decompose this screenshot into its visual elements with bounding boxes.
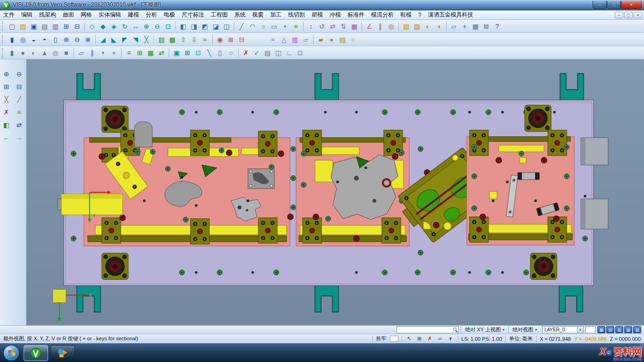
mirror-component-icon[interactable]: ⇄ (156, 47, 167, 58)
zoom-in-icon[interactable]: ⊕ (0, 68, 12, 80)
trim-tool-icon[interactable]: ╳ (0, 93, 12, 105)
boolean-subtract-icon[interactable]: ⊖ (72, 34, 83, 45)
menu-item-1[interactable]: 文件 (0, 10, 18, 20)
loft-solid-icon[interactable]: ◓ (39, 34, 50, 45)
menu-item-22[interactable]: 潇洒五金模具科技 (425, 10, 477, 20)
mdi-restore-button[interactable]: □ (624, 12, 633, 18)
trim-surface-icon[interactable]: ▩ (167, 34, 178, 45)
dock-tree-button[interactable]: ▧ (624, 326, 632, 333)
menu-item-12[interactable]: 系统 (231, 10, 249, 20)
workplane-tool-icon[interactable]: ▱ (448, 21, 459, 32)
die-section-middle[interactable] (296, 130, 409, 246)
datum-csys-icon[interactable]: + (108, 47, 119, 58)
menu-item-17[interactable]: 冲模 (326, 10, 344, 20)
lock-toggle[interactable]: 拴牢 (376, 335, 387, 342)
layer-manager-icon[interactable]: ▤ (401, 21, 412, 32)
menu-item-19[interactable]: 模流分析 (368, 10, 397, 20)
dock-layers-button[interactable]: ▤ (606, 326, 614, 333)
tray-network-icon[interactable]: ▥ (631, 350, 635, 356)
datum-plane-icon[interactable]: ▱ (76, 47, 87, 58)
interference-check-icon[interactable]: ✗ (240, 47, 251, 58)
stock-block-icon[interactable]: ▮ (7, 47, 17, 58)
rotate-tool-icon[interactable]: ↺ (316, 21, 327, 32)
dynamic-rotate-icon[interactable]: ↻ (119, 21, 130, 32)
rectangle-tool-icon[interactable]: ▭ (269, 21, 280, 32)
close-button[interactable]: × (621, 1, 642, 9)
swap-view-icon[interactable]: ⇄ (13, 119, 25, 131)
scene-lights-icon[interactable]: ○ (348, 34, 359, 45)
boolean-intersect-icon[interactable]: ⊗ (83, 34, 93, 45)
dock-properties-button[interactable]: ▥ (615, 326, 623, 333)
draft-analysis-icon[interactable]: △ (279, 34, 289, 45)
zoom-window-icon[interactable]: ⊡ (163, 21, 173, 32)
nav-back-icon[interactable]: ← (0, 132, 12, 143)
menu-item-20[interactable]: 鞋模 (397, 10, 415, 20)
zoom-out-icon[interactable]: ⊖ (152, 21, 163, 32)
dock-info-button[interactable]: ▨ (633, 326, 641, 333)
viewport[interactable]: X Y X Y (26, 59, 644, 325)
dimension-radial-icon[interactable]: ◎ (386, 21, 396, 32)
menu-item-3[interactable]: 线架构 (36, 10, 59, 20)
surface-patch-icon[interactable]: ▨ (156, 34, 167, 45)
stock-ring-icon[interactable]: ◎ (50, 47, 61, 58)
start-button[interactable] (3, 345, 19, 361)
menu-item-4[interactable]: 曲面 (59, 10, 77, 20)
stock-cylinder-icon[interactable]: ● (17, 47, 28, 58)
edit-tool-icon[interactable]: ≡ (13, 106, 25, 118)
four-view-icon[interactable]: ◫ (221, 21, 232, 32)
section-analysis-icon[interactable]: ▱ (300, 34, 311, 45)
tray-ime-icon[interactable]: 中 (606, 350, 611, 356)
print-preview-icon[interactable]: ▥ (50, 21, 61, 32)
mirror-tool-icon[interactable]: ⇄ (327, 21, 338, 32)
die-section-right[interactable] (467, 130, 574, 245)
dock-view-button[interactable]: ▦ (597, 326, 605, 333)
material-editor-icon[interactable]: ▰ (315, 34, 326, 45)
cut-tool-icon[interactable]: ╱ (13, 93, 25, 105)
display-modes-icon[interactable]: ◫ (273, 47, 284, 58)
assembly-tree-icon[interactable]: ≡ (124, 47, 134, 58)
maximize-button[interactable]: □ (607, 1, 621, 9)
front-view-icon[interactable]: ◨ (189, 21, 199, 32)
texture-map-icon[interactable]: ▨ (337, 34, 348, 45)
cancel-icon[interactable]: ✗ (426, 335, 434, 343)
render-view-icon[interactable]: ● (326, 34, 337, 45)
mdi-close-button[interactable]: × (634, 12, 642, 18)
full-screen-icon[interactable]: ⊡ (295, 47, 305, 58)
open-file-icon[interactable]: ▨ (17, 21, 28, 32)
minimize-button[interactable]: – (593, 1, 607, 9)
gray-insert[interactable] (134, 122, 152, 147)
datum-axis-icon[interactable]: ∥ (87, 47, 98, 58)
menu-item-18[interactable]: 标准件 (344, 10, 368, 20)
search-box[interactable] (396, 326, 459, 333)
extend-surface-icon[interactable]: ⇧ (178, 34, 189, 45)
menu-item-21[interactable]: ? (415, 10, 425, 20)
layer-filter-box[interactable] (585, 326, 595, 333)
menu-item-5[interactable]: 网格 (77, 10, 95, 20)
menu-item-7[interactable]: 建模 (124, 10, 142, 20)
point-tool-icon[interactable]: • (280, 21, 290, 32)
taskbar-graphics-app[interactable] (50, 345, 75, 361)
tray-display-icon[interactable]: ▦ (615, 350, 619, 356)
snap-toggle-icon[interactable]: ⊠ (481, 21, 492, 32)
paste-entity-icon[interactable]: ⊟ (72, 21, 83, 32)
core-cavity-split-icon[interactable]: ⊡ (193, 47, 204, 58)
electrode-design-icon[interactable]: ▯ (215, 47, 225, 58)
view-mode-button[interactable]: 绝对 XY 上视图▾ (461, 326, 508, 334)
offset-surface-icon[interactable]: ⇩ (189, 34, 199, 45)
fillet-edge-icon[interactable]: ◢ (98, 34, 108, 45)
iso-view-icon[interactable]: ◪ (210, 21, 221, 32)
wireframe-display-icon[interactable]: ◇ (87, 21, 98, 32)
zoom-out-icon[interactable]: ⊖ (13, 68, 25, 80)
help-docs-icon[interactable]: ? (492, 21, 503, 32)
extrude-solid-icon[interactable]: ▮ (7, 34, 17, 45)
sketch-plane-icon[interactable]: ▱ (437, 335, 444, 343)
shaded-display-icon[interactable]: ◆ (98, 21, 108, 32)
search-input[interactable] (397, 327, 453, 333)
layer-combo[interactable]: LAYER_0 ▾ (542, 326, 584, 333)
nav-forward-icon[interactable]: → (13, 132, 25, 143)
stock-dome-icon[interactable]: ◐ (28, 47, 39, 58)
side-view-icon[interactable]: ◩ (199, 21, 210, 32)
tray-volume-icon[interactable]: ◀ (623, 350, 627, 356)
circle-tool-icon[interactable]: ○ (258, 21, 269, 32)
zoom-window-icon[interactable]: ⊞ (0, 81, 12, 92)
